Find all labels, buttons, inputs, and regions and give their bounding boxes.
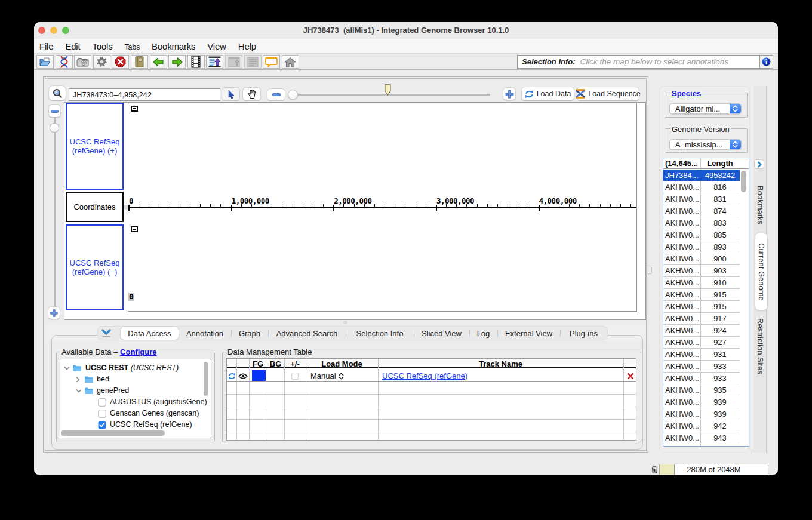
sequence-row[interactable]: AKHW0...893 [663,241,740,253]
side-tab-restriction-sites[interactable]: Restriction Sites [753,313,767,379]
sequence-row[interactable]: AKHW0...933 [663,373,740,384]
track-label-refseq-minus[interactable]: UCSC RefSeq(refGene) (−) [66,224,124,310]
tab-annotation[interactable]: Annotation [179,327,231,340]
position-marker-icon[interactable] [385,84,391,96]
tab-sliced-view[interactable]: Sliced View [414,327,469,340]
menu-bookmarks[interactable]: Bookmarks [152,41,195,51]
sequence-row[interactable]: AKHW0...931 [663,349,740,361]
stop-button[interactable] [112,55,129,69]
sequence-row[interactable]: AKHW0...943 [663,432,740,444]
select-mode-button[interactable] [222,87,240,101]
export-disabled-button[interactable] [225,55,242,69]
film-button[interactable] [187,55,205,69]
track-label-refseq-plus[interactable]: UCSC RefSeq(refGene) (+) [66,103,124,190]
species-link[interactable]: Species [670,89,702,98]
tab-external-view[interactable]: External View [497,327,560,340]
sequence-row[interactable]: AKHW0...900 [663,253,740,265]
dna-button[interactable] [56,55,73,69]
selection-info-box[interactable]: Selection Info: Click the map below to s… [517,55,760,69]
garbage-collect-button[interactable] [650,464,660,475]
track-label-coordinates[interactable]: Coordinates [66,192,124,222]
sequence-row[interactable]: AKHW0...903 [663,265,740,277]
axis-minor-tick [610,204,611,207]
report-disabled-button[interactable] [244,55,262,69]
species-group: Species Alligator mi... [665,93,748,118]
axis-minor-tick [416,204,416,207]
window-title: JH738473 (allMis1) - Integrated Genome B… [34,22,778,38]
menu-help[interactable]: Help [238,41,256,51]
axis-minor-tick [600,204,601,207]
sequence-row[interactable]: AKHW0...885 [663,229,740,241]
zoom-in-button[interactable] [503,87,516,100]
menu-file[interactable]: File [39,41,53,51]
pan-mode-button[interactable] [242,87,261,101]
sequence-row[interactable]: AKHW0...939 [663,408,740,420]
genome-version-dropdown[interactable]: A_mississip... [669,139,742,150]
selection-info-help-button[interactable]: i [760,55,773,69]
zoom-slider-knob[interactable] [288,90,298,100]
sequence-row[interactable]: AKHW0...935 [663,384,740,396]
sequence-row[interactable]: AKHW0...816 [663,181,740,193]
sequence-row[interactable]: JH7384...4958242 [663,170,740,181]
vertical-zoom-out-button[interactable] [48,104,61,118]
genome-canvas[interactable]: 01,000,0002,000,0003,000,0004,000,000 0 [128,103,637,312]
vertical-zoom-knob[interactable] [50,123,59,133]
bottom-tabs-panel: Data AccessAnnotationGraphAdvanced Searc… [49,324,645,453]
feedback-icon [265,57,278,67]
camera-button[interactable] [74,55,91,69]
species-dropdown[interactable]: Alligator mi... [669,103,742,114]
coordinate-axis: 01,000,0002,000,0003,000,0004,000,000 [128,103,636,311]
info-icon: i [762,57,771,66]
vertical-zoom-in-button[interactable] [48,306,60,319]
tab-log[interactable]: Log [469,327,497,340]
zoom-out-button[interactable] [267,88,285,101]
sequence-row[interactable]: AKHW0...910 [663,277,740,289]
sequence-row[interactable]: AKHW0...939 [663,396,740,408]
side-tab-current-genome[interactable]: Current Genome [755,233,768,310]
menu-edit[interactable]: Edit [65,41,80,51]
sequence-row[interactable]: AKHW0...917 [663,313,740,325]
sequence-row[interactable]: AKHW0...924 [663,325,740,337]
load-data-button[interactable]: Load Data [521,87,574,101]
menu-bar: FileEditToolsTabsBookmarksViewHelp [34,39,778,54]
toolbar: Selection Info: Click the map below to s… [34,54,778,70]
open-folder-button[interactable] [36,55,54,69]
range-input[interactable]: JH738473:0–4,958,242 [69,88,220,101]
sequence-row[interactable]: AKHW0...933 [663,361,740,373]
export-track-button[interactable] [206,55,223,69]
export-track-icon [208,56,221,67]
menu-tabs[interactable]: Tabs [124,43,140,51]
search-button[interactable] [48,85,66,101]
expand-side-panel-button[interactable] [754,159,764,169]
tab-plug-ins[interactable]: Plug-ins [560,327,607,340]
home-icon [284,57,296,67]
arrow-right-button[interactable] [168,55,186,69]
sequence-row[interactable]: AKHW0...874 [663,205,740,217]
sequence-row[interactable]: AKHW0...915 [663,301,740,313]
tab-selection-info[interactable]: Selection Info [346,327,414,340]
sequence-table-scrollbar[interactable] [741,171,746,192]
gear-button[interactable] [93,55,110,69]
sequence-row[interactable]: AKHW0...927 [663,337,740,349]
side-tab-bookmarks[interactable]: Bookmarks [753,184,767,226]
collapse-panel-button[interactable] [98,327,121,340]
arrow-left-button[interactable] [150,55,167,69]
menu-tools[interactable]: Tools [92,41,112,51]
sequence-row[interactable]: AKHW0...915 [663,289,740,301]
sequence-row[interactable]: AKHW0...942 [663,420,740,432]
menu-view[interactable]: View [207,41,226,51]
tab-advanced-search[interactable]: Advanced Search [268,327,346,340]
sequence-row[interactable]: AKHW0...883 [663,217,740,229]
feedback-button[interactable] [263,55,280,69]
home-button[interactable] [282,55,299,69]
tab-data-access[interactable]: Data Access [121,327,179,340]
zoom-slider-track[interactable] [293,94,490,96]
load-sequence-button[interactable]: Load Sequence [577,87,639,101]
book-button[interactable] [131,55,148,69]
axis-minor-tick [139,204,139,207]
axis-minor-tick [272,204,272,207]
tab-graph[interactable]: Graph [231,327,268,340]
vertical-splitter-handle[interactable] [647,267,652,274]
sequence-row[interactable]: AKHW0...831 [663,193,740,205]
sequence-table-header[interactable]: (14,645... Length [663,158,749,169]
